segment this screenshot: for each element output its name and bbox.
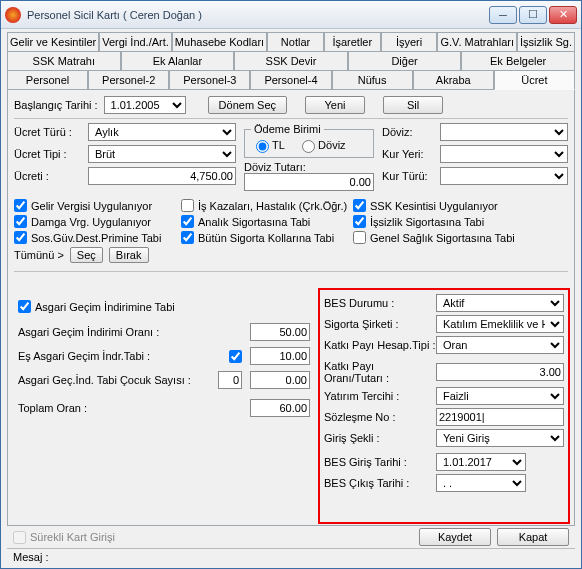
tab-issizlik[interactable]: İşsizlik Sg. (517, 32, 575, 51)
ucret-turu-select[interactable]: Aylık (88, 123, 236, 141)
cocuk-label: Asgari Geç.İnd. Tabi Çocuk Sayısı : (18, 374, 218, 386)
yeni-button[interactable]: Yeni (305, 96, 365, 114)
bes-giris-tarih-select[interactable]: 1.01.2017 (436, 453, 526, 471)
tab-nufus[interactable]: Nüfus (332, 70, 413, 90)
tab-gelir[interactable]: Gelir ve Kesintiler (7, 32, 99, 51)
toplam-oran-input[interactable] (250, 399, 310, 417)
giris-sekli-label: Giriş Şekli : (324, 432, 436, 444)
window-title: Personel Sicil Kartı ( Ceren Doğan ) (27, 9, 489, 21)
sec-button[interactable]: Seç (70, 247, 103, 263)
kur-turu-label: Kur Türü: (382, 170, 434, 182)
tabrow-3: Personel Personel-2 Personel-3 Personel-… (7, 70, 575, 90)
tab-personel2[interactable]: Personel-2 (88, 70, 169, 90)
tab-ekalanlar[interactable]: Ek Alanlar (121, 51, 235, 70)
toplam-oran-label: Toplam Oran : (18, 402, 250, 414)
app-icon (5, 7, 21, 23)
cb-is-kazalari[interactable]: İş Kazaları, Hastalık (Çrk.Öğr.) (181, 199, 351, 212)
es-asgari-checkbox[interactable] (229, 350, 242, 363)
doviz-tutari-input[interactable] (244, 173, 374, 191)
cb-genel-saglik[interactable]: Genel Sağlık Sigortasına Tabi (353, 231, 533, 244)
katki-oran-input[interactable] (436, 363, 564, 381)
tab-gvmatrah[interactable]: G.V. Matrahları (437, 32, 517, 51)
tab-isyeri[interactable]: İşyeri (381, 32, 438, 51)
asgari-orani-label: Asgari Geçim İndirimi Oranı : (18, 326, 250, 338)
bes-durum-label: BES Durumu : (324, 297, 436, 309)
tab-diger[interactable]: Diğer (348, 51, 462, 70)
donem-sec-button[interactable]: Dönem Seç (208, 96, 287, 114)
kur-yeri-select[interactable] (440, 145, 568, 163)
bes-durum-select[interactable]: Aktif (436, 294, 564, 312)
tab-personel3[interactable]: Personel-3 (169, 70, 250, 90)
cb-butun[interactable]: Bütün Sigorta Kollarına Tabi (181, 231, 351, 244)
minimize-button[interactable]: ─ (489, 6, 517, 24)
sigorta-sirket-select[interactable]: Katılım Emeklilik ve Hayat (436, 315, 564, 333)
cocuk-oran-input[interactable] (250, 371, 310, 389)
odeme-birimi-fieldset: Ödeme Birimi TL Döviz (244, 123, 374, 158)
tab-personel[interactable]: Personel (7, 70, 88, 90)
kaydet-button[interactable]: Kaydet (419, 528, 491, 546)
doviz-tutari-label: Döviz Tutarı: (244, 161, 306, 173)
kur-turu-select[interactable] (440, 167, 568, 185)
ucreti-label: Ücreti : (14, 170, 82, 182)
cb-surekli-kart[interactable]: Sürekli Kart Girişi (13, 531, 115, 544)
tab-muhasebe[interactable]: Muhasebe Kodları (172, 32, 267, 51)
mesaj-label: Mesaj : (13, 551, 48, 563)
kapat-button[interactable]: Kapat (497, 528, 569, 546)
tab-sskmatrah[interactable]: SSK Matrahı (7, 51, 121, 70)
sigorta-sirket-label: Sigorta Şirketi : (324, 318, 436, 330)
tab-ucret[interactable]: Ücret (494, 70, 575, 90)
bes-cikis-tarih-label: BES Çıkış Tarihi : (324, 477, 436, 489)
tab-vergi[interactable]: Vergi İnd./Art. (99, 32, 172, 51)
odeme-legend: Ödeme Birimi (251, 123, 324, 135)
cb-issizlik[interactable]: İşsizlik Sigortasına Tabi (353, 215, 533, 228)
cb-damga[interactable]: Damga Vrg. Uygulanıyor (14, 215, 179, 228)
yatirim-select[interactable]: Faizli (436, 387, 564, 405)
ucreti-input[interactable] (88, 167, 236, 185)
tab-akraba[interactable]: Akraba (413, 70, 494, 90)
tab-ekbelgeler[interactable]: Ek Belgeler (461, 51, 575, 70)
maximize-button[interactable]: ☐ (519, 6, 547, 24)
tab-notlar[interactable]: Notlar (267, 32, 324, 51)
bes-giris-tarih-label: BES Giriş Tarihi : (324, 456, 436, 468)
sozlesme-label: Sözleşme No : (324, 411, 436, 423)
kur-yeri-label: Kur Yeri: (382, 148, 434, 160)
cb-sosguv[interactable]: Sos.Güv.Dest.Primine Tabi (14, 231, 179, 244)
radio-doviz[interactable]: Döviz (297, 137, 346, 153)
tumunu-label: Tümünü > (14, 249, 64, 261)
giris-sekli-select[interactable]: Yeni Giriş (436, 429, 564, 447)
sozlesme-input[interactable] (436, 408, 564, 426)
asgari-panel: Asgari Geçim İndirimine Tabi Asgari Geçi… (18, 300, 310, 423)
radio-tl[interactable]: TL (251, 137, 285, 153)
birak-button[interactable]: Bırak (109, 247, 149, 263)
ucret-turu-label: Ücret Türü : (14, 126, 82, 138)
tabrow-1: Gelir ve Kesintiler Vergi İnd./Art. Muha… (7, 32, 575, 51)
hesap-tipi-label: Katkı Payı Hesap.Tipi : (324, 339, 436, 351)
bes-cikis-tarih-select[interactable]: . . (436, 474, 526, 492)
doviz-select[interactable] (440, 123, 568, 141)
close-button[interactable]: ✕ (549, 6, 577, 24)
baslangic-label: Başlangıç Tarihi : (14, 99, 98, 111)
cb-gelir-vergisi[interactable]: Gelir Vergisi Uygulanıyor (14, 199, 179, 212)
tabrow-2: SSK Matrahı Ek Alanlar SSK Devir Diğer E… (7, 51, 575, 70)
cb-ssk-kesintisi[interactable]: SSK Kesintisi Uygulanıyor (353, 199, 533, 212)
hesap-tipi-select[interactable]: Oran (436, 336, 564, 354)
tab-content-ucret: Başlangıç Tarihi : 1.01.2005 Dönem Seç Y… (7, 89, 575, 526)
tab-sskdevir[interactable]: SSK Devir (234, 51, 348, 70)
cb-analik[interactable]: Analık Sigortasına Tabi (181, 215, 351, 228)
baslangic-select[interactable]: 1.01.2005 (104, 96, 186, 114)
tab-isaretler[interactable]: İşaretler (324, 32, 381, 51)
yatirim-label: Yatırım Tercihi : (324, 390, 436, 402)
titlebar: Personel Sicil Kartı ( Ceren Doğan ) ─ ☐… (1, 1, 581, 29)
cb-asgari-tabi[interactable]: Asgari Geçim İndirimine Tabi (18, 300, 310, 313)
cocuk-sayi-input[interactable] (218, 371, 242, 389)
katki-oran-label: Katkı Payı Oranı/Tutarı : (324, 360, 436, 384)
bes-panel: BES Durumu :Aktif Sigorta Şirketi :Katıl… (324, 294, 564, 495)
sil-button[interactable]: Sil (383, 96, 443, 114)
ucret-tipi-select[interactable]: Brüt (88, 145, 236, 163)
es-asgari-label: Eş Asgari Geçim İndr.Tabi : (18, 350, 229, 362)
ucret-tipi-label: Ücret Tipi : (14, 148, 82, 160)
tab-personel4[interactable]: Personel-4 (250, 70, 331, 90)
doviz-label: Döviz: (382, 126, 434, 138)
asgari-orani-input[interactable] (250, 323, 310, 341)
es-asgari-input[interactable] (250, 347, 310, 365)
